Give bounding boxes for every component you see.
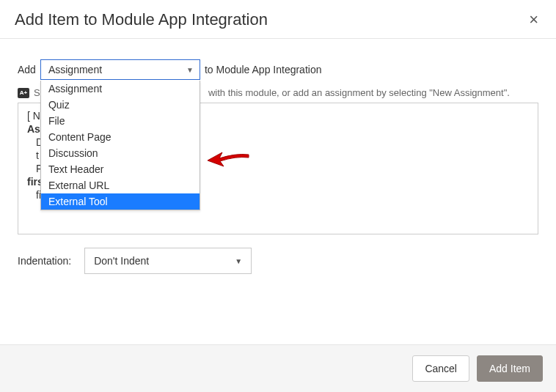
indentation-select[interactable]: Don't Indent ▼: [84, 248, 252, 274]
dialog-header: Add Item to Module App Integration ×: [0, 0, 556, 39]
option-text-header[interactable]: Text Header: [41, 161, 200, 177]
assignment-icon: A+: [18, 88, 29, 98]
dialog-title: Add Item to Module App Integration: [15, 10, 268, 29]
indentation-value: Don't Indent: [94, 255, 149, 267]
chevron-down-icon: ▼: [235, 257, 242, 265]
hint-post: with this module, or add an assignment b…: [208, 87, 510, 98]
option-discussion[interactable]: Discussion: [41, 145, 200, 161]
close-icon[interactable]: ×: [526, 10, 541, 29]
add-type-row: Add Assignment ▼ Assignment Quiz File Co…: [18, 59, 538, 80]
dialog-body: Add Assignment ▼ Assignment Quiz File Co…: [0, 39, 556, 281]
item-type-select[interactable]: Assignment ▼ Assignment Quiz File Conten…: [40, 59, 200, 80]
add-label-pre: Add: [18, 64, 36, 75]
item-type-dropdown: Assignment Quiz File Content Page Discus…: [40, 81, 200, 210]
indentation-row: Indentation: Don't Indent ▼: [18, 248, 538, 274]
option-file[interactable]: File: [41, 113, 200, 129]
item-type-value: Assignment: [48, 64, 102, 75]
option-external-tool[interactable]: External Tool: [41, 193, 200, 210]
indentation-label: Indentation:: [18, 255, 71, 267]
option-assignment[interactable]: Assignment: [41, 81, 200, 97]
add-item-button[interactable]: Add Item: [477, 355, 543, 382]
option-external-url[interactable]: External URL: [41, 177, 200, 193]
cancel-button[interactable]: Cancel: [412, 355, 469, 382]
option-content-page[interactable]: Content Page: [41, 129, 200, 145]
add-label-post: to Module App Integration: [205, 64, 322, 75]
dialog-footer: Cancel Add Item: [0, 344, 556, 392]
option-quiz[interactable]: Quiz: [41, 97, 200, 113]
chevron-down-icon: ▼: [186, 66, 194, 74]
